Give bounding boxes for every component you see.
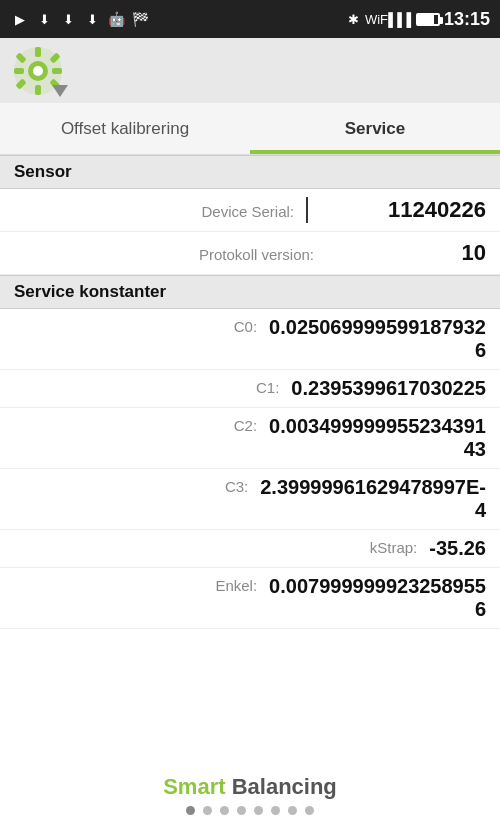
c3-label: C3: bbox=[188, 476, 248, 495]
download1-icon: ⬇ bbox=[34, 11, 54, 27]
svg-rect-5 bbox=[14, 68, 24, 74]
device-serial-label: Device Serial: bbox=[134, 203, 294, 220]
kstrap-row: kStrap: -35.26 bbox=[0, 530, 500, 568]
c1-label: C1: bbox=[219, 377, 279, 396]
main-content: Sensor Device Serial: Protokoll version:… bbox=[0, 155, 500, 833]
dot-5 bbox=[254, 806, 263, 815]
status-icons-left: ▶ ⬇ ⬇ ⬇ 🤖 🏁 bbox=[10, 11, 150, 27]
dot-indicators bbox=[186, 806, 314, 815]
svg-rect-4 bbox=[35, 85, 41, 95]
c3-value: 2.39999961629478997E-4 bbox=[260, 476, 486, 522]
status-time: 13:15 bbox=[444, 9, 490, 30]
app-logo bbox=[12, 45, 64, 97]
device-serial-row: Device Serial: bbox=[0, 189, 500, 232]
tab-bar: Offset kalibrering Service bbox=[0, 103, 500, 155]
dot-8 bbox=[305, 806, 314, 815]
c0-value: 0.0250699995991879326 bbox=[269, 316, 486, 362]
svg-rect-6 bbox=[52, 68, 62, 74]
dot-4 bbox=[237, 806, 246, 815]
signal-icon: ▌▌▌ bbox=[392, 11, 412, 27]
dot-7 bbox=[288, 806, 297, 815]
brand-name: Smart Balancing bbox=[163, 774, 337, 800]
status-bar: ▶ ⬇ ⬇ ⬇ 🤖 🏁 ✱ WiFi ▌▌▌ 13:15 bbox=[0, 0, 500, 38]
app1-icon: 🤖 bbox=[106, 11, 126, 27]
tab-service[interactable]: Service bbox=[250, 103, 500, 154]
c0-row: C0: 0.0250699995991879326 bbox=[0, 309, 500, 370]
app2-icon: 🏁 bbox=[130, 11, 150, 27]
protokoll-version-value: 10 bbox=[326, 240, 486, 266]
battery-icon bbox=[416, 13, 440, 26]
svg-rect-3 bbox=[35, 47, 41, 57]
service-konstanter-header: Service konstanter bbox=[0, 275, 500, 309]
bluetooth-icon: ✱ bbox=[344, 11, 364, 27]
kstrap-value: -35.26 bbox=[429, 537, 486, 560]
kstrap-label: kStrap: bbox=[357, 537, 417, 556]
c0-label: C0: bbox=[197, 316, 257, 335]
protokoll-version-label: Protokoll version: bbox=[154, 246, 314, 263]
c2-label: C2: bbox=[197, 415, 257, 434]
dot-1 bbox=[186, 806, 195, 815]
c1-row: C1: 0.2395399617030225 bbox=[0, 370, 500, 408]
dot-6 bbox=[271, 806, 280, 815]
dot-2 bbox=[203, 806, 212, 815]
dot-3 bbox=[220, 806, 229, 815]
footer: Smart Balancing bbox=[0, 774, 500, 823]
c1-value: 0.2395399617030225 bbox=[291, 377, 486, 400]
c3-row: C3: 2.39999961629478997E-4 bbox=[0, 469, 500, 530]
c2-row: C2: 0.00349999995523439143 bbox=[0, 408, 500, 469]
enkel-label: Enkel: bbox=[197, 575, 257, 594]
device-serial-input[interactable] bbox=[306, 197, 486, 223]
status-icons-right: ✱ WiFi ▌▌▌ 13:15 bbox=[344, 9, 490, 30]
protokoll-version-row: Protokoll version: 10 bbox=[0, 232, 500, 275]
wifi-icon: WiFi bbox=[368, 11, 388, 27]
brand-smart: Smart bbox=[163, 774, 225, 799]
dropdown-triangle bbox=[52, 85, 68, 97]
app-header bbox=[0, 38, 500, 103]
tab-offset[interactable]: Offset kalibrering bbox=[0, 103, 250, 154]
enkel-row: Enkel: 0.0079999999232589556 bbox=[0, 568, 500, 629]
brand-balancing: Balancing bbox=[226, 774, 337, 799]
svg-point-2 bbox=[33, 66, 43, 76]
play-icon: ▶ bbox=[10, 11, 30, 27]
download3-icon: ⬇ bbox=[82, 11, 102, 27]
enkel-value: 0.0079999999232589556 bbox=[269, 575, 486, 621]
c2-value: 0.00349999995523439143 bbox=[269, 415, 486, 461]
download2-icon: ⬇ bbox=[58, 11, 78, 27]
sensor-section-header: Sensor bbox=[0, 155, 500, 189]
